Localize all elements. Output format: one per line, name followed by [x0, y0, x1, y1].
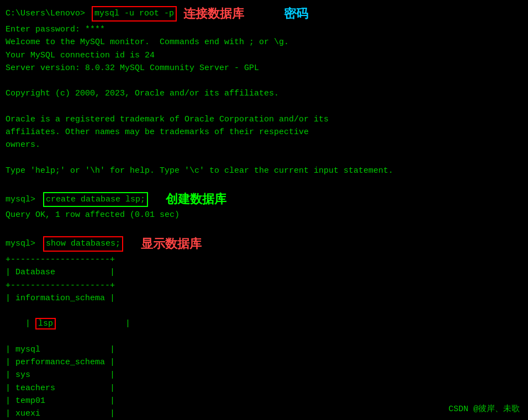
oracle-line3: owners.	[6, 139, 522, 151]
show-prompt: mysql>	[6, 237, 35, 250]
db-temp01: | temp01 |	[6, 395, 522, 407]
db-xuexi: | xuexi |	[6, 407, 522, 420]
db-lsp-row: | lsp |	[6, 305, 522, 343]
mysql-cmd-box: mysql -u root -p	[92, 6, 177, 21]
blank2	[6, 100, 522, 113]
table-sep: +--------------------+	[6, 279, 522, 292]
blank5	[6, 222, 522, 235]
show-cmd-box: show databases;	[43, 236, 123, 251]
create-cmd-box: create database lsp;	[43, 192, 148, 207]
welcome-line1: Welcome to the MySQL monitor. Commands e…	[6, 36, 522, 49]
watermark: CSDN @彼岸、未歌	[448, 403, 520, 416]
help-line: Type 'help;' or '\h' for help. Type '\c'…	[6, 164, 522, 177]
welcome-line2: Your MySQL connection id is 24	[6, 49, 522, 62]
annotation-create: 创建数据库	[166, 190, 226, 209]
annotation-connect: 连接数据库	[183, 4, 244, 23]
password-line: Enter password: ****	[6, 23, 522, 36]
table-header: | Database |	[6, 266, 522, 279]
blank4	[6, 177, 522, 190]
blank1	[6, 75, 522, 87]
query-ok-line: Query OK, 1 row affected (0.01 sec)	[6, 209, 522, 221]
db-teachers: | teachers |	[6, 382, 522, 395]
welcome-line3: Server version: 8.0.32 MySQL Community S…	[6, 62, 522, 75]
db-lsp-value: lsp	[35, 318, 56, 329]
path-text: C:\Users\Lenovo>	[6, 7, 85, 20]
db-perf: | performance_schema |	[6, 356, 522, 369]
terminal-window: C:\Users\Lenovo>mysql -u root -p 连接数据库 密…	[0, 0, 528, 420]
table-top: +--------------------+	[6, 253, 522, 266]
create-prompt: mysql>	[6, 193, 35, 206]
oracle-line2: affiliates. Other names may be trademark…	[6, 126, 522, 139]
db-info-schema: | information_schema |	[6, 292, 522, 305]
line-create-db: mysql> create database lsp; 创建数据库	[6, 190, 522, 209]
blank3	[6, 152, 522, 164]
line-show-db: mysql> show databases; 显示数据库	[6, 235, 522, 253]
db-sys: | sys |	[6, 369, 522, 381]
copyright-line: Copyright (c) 2000, 2023, Oracle and/or …	[6, 87, 522, 100]
db-lsp-prefix: |	[25, 319, 35, 328]
db-mysql: | mysql |	[6, 343, 522, 356]
db-lsp-suffix: |	[56, 319, 130, 328]
annotation-show: 显示数据库	[141, 235, 202, 253]
oracle-line1: Oracle is a registered trademark of Orac…	[6, 113, 522, 126]
annotation-password: 密码	[284, 4, 308, 23]
line-mysql-cmd: C:\Users\Lenovo>mysql -u root -p 连接数据库 密…	[6, 4, 522, 23]
